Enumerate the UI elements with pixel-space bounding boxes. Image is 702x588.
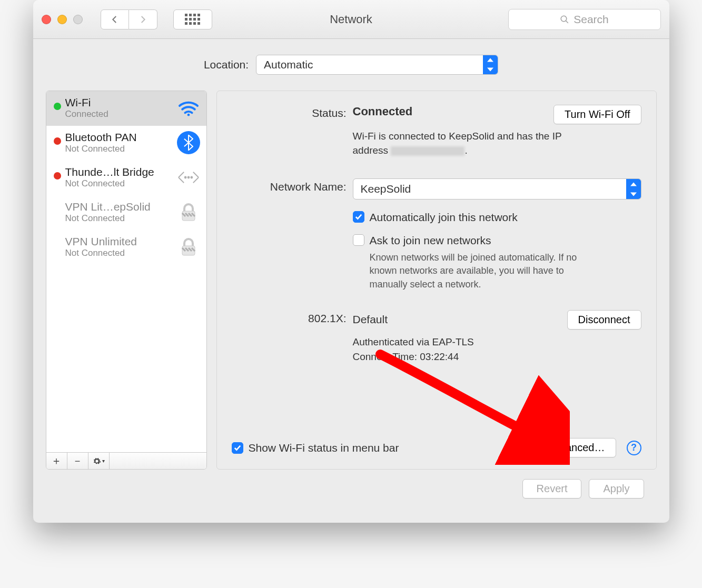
svg-point-1 [184, 177, 186, 178]
remove-service-button[interactable]: － [67, 453, 88, 469]
service-status: Not Connected [65, 248, 173, 258]
content-area: Location: Automatic Wi-Fi Connected [33, 39, 669, 523]
thunderbolt-bridge-icon [177, 166, 200, 189]
location-row: Location: Automatic [46, 39, 657, 91]
show-in-menubar-label: Show Wi-Fi status in menu bar [249, 442, 399, 454]
panels: Wi-Fi Connected Bluetooth PAN Not Connec… [46, 91, 657, 470]
status-dot-red [54, 137, 61, 145]
status-dot-none [54, 207, 61, 214]
location-select[interactable]: Automatic [256, 55, 498, 75]
auto-join-row: Automatically join this network [353, 211, 641, 224]
service-status: Not Connected [65, 178, 173, 189]
search-icon [560, 15, 569, 24]
bottom-row: Show Wi-Fi status in menu bar Advanced… … [232, 438, 641, 457]
help-button[interactable]: ? [627, 441, 641, 455]
window-controls [42, 15, 83, 24]
show-in-menubar-checkbox[interactable] [232, 442, 243, 454]
status-value: Connected [353, 105, 413, 118]
svg-point-0 [187, 114, 190, 116]
service-sidebar: Wi-Fi Connected Bluetooth PAN Not Connec… [46, 91, 207, 470]
service-vpn-unlimited[interactable]: VPN Unlimited Not Connected [46, 230, 206, 265]
minimize-window-button[interactable] [57, 15, 67, 24]
ask-join-label: Ask to join new networks [370, 234, 491, 247]
footer: Revert Apply [46, 470, 657, 510]
service-bluetooth-pan[interactable]: Bluetooth PAN Not Connected [46, 126, 206, 161]
detail-panel: Status: Connected Turn Wi-Fi Off Wi-Fi i… [216, 91, 657, 470]
apply-button[interactable]: Apply [589, 479, 644, 499]
service-name: VPN Lit…epSolid [65, 201, 173, 213]
service-name: Wi-Fi [65, 96, 173, 109]
bluetooth-icon [177, 131, 200, 154]
ask-join-hint: Known networks will be joined automatica… [370, 251, 591, 291]
close-window-button[interactable] [42, 15, 51, 24]
wifi-toggle-button[interactable]: Turn Wi-Fi Off [553, 105, 641, 124]
eap-connect-time: Connect Time: 03:22:44 [353, 350, 641, 365]
svg-point-2 [187, 177, 189, 178]
service-status: Not Connected [65, 213, 173, 224]
service-actions-button[interactable]: ▾ [88, 453, 110, 469]
stepper-icon [626, 179, 641, 199]
service-wifi[interactable]: Wi-Fi Connected [46, 91, 206, 126]
revert-button[interactable]: Revert [522, 479, 582, 499]
search-placeholder: Search [574, 13, 609, 26]
status-description: Wi-Fi is connected to KeepSolid and has … [353, 129, 595, 157]
location-label: Location: [204, 58, 249, 71]
service-list: Wi-Fi Connected Bluetooth PAN Not Connec… [46, 91, 206, 452]
network-preferences-window: Network Search Location: Automatic [33, 0, 669, 523]
ask-join-checkbox[interactable] [353, 234, 364, 246]
service-toolbar: ＋ － ▾ [46, 452, 206, 469]
show-all-button[interactable] [173, 9, 212, 29]
nav-segment [101, 9, 157, 29]
network-name-select[interactable]: KeepSolid [353, 178, 641, 200]
service-toolbar-spacer [110, 453, 206, 469]
network-name-label: Network Name: [232, 178, 353, 291]
add-service-button[interactable]: ＋ [46, 453, 67, 469]
ask-join-row: Ask to join new networks [353, 234, 641, 247]
service-name: VPN Unlimited [65, 235, 173, 248]
status-label: Status: [232, 105, 353, 157]
status-dot-green [54, 103, 61, 110]
svg-point-3 [191, 177, 192, 178]
advanced-button[interactable]: Advanced… [537, 438, 616, 457]
location-value: Automatic [264, 58, 313, 71]
back-button[interactable] [101, 9, 129, 29]
eap-label: 802.1X: [232, 310, 353, 365]
service-vpn-lite-keepsolid[interactable]: VPN Lit…epSolid Not Connected [46, 195, 206, 230]
service-status: Not Connected [65, 144, 173, 154]
status-dot-red [54, 172, 61, 180]
grid-icon [185, 14, 200, 25]
service-name: Bluetooth PAN [65, 131, 173, 144]
eap-value: Default [353, 313, 388, 326]
stepper-icon [483, 55, 498, 74]
eap-auth: Authenticated via EAP-TLS [353, 335, 641, 350]
lock-icon [177, 201, 200, 224]
lock-icon [177, 235, 200, 258]
forward-button[interactable] [129, 9, 157, 29]
network-name-value: KeepSolid [361, 183, 411, 195]
zoom-window-button[interactable] [73, 15, 83, 24]
search-field[interactable]: Search [508, 9, 661, 30]
status-dot-none [54, 242, 61, 249]
service-name: Thunde…lt Bridge [65, 166, 173, 178]
wifi-icon [177, 96, 200, 119]
redacted-ip [391, 146, 464, 156]
auto-join-checkbox[interactable] [353, 211, 364, 223]
disconnect-button[interactable]: Disconnect [567, 310, 641, 330]
window-title: Network [330, 13, 372, 26]
titlebar: Network Search [33, 0, 669, 39]
service-status: Connected [65, 109, 173, 119]
auto-join-label: Automatically join this network [370, 211, 518, 224]
gear-icon [93, 457, 101, 465]
service-thunderbolt-bridge[interactable]: Thunde…lt Bridge Not Connected [46, 161, 206, 195]
